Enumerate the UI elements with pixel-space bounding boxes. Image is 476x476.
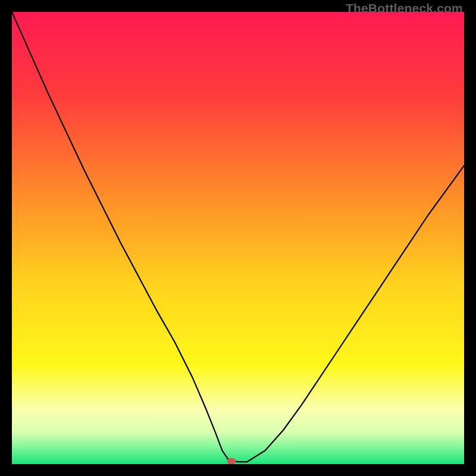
plot-area (12, 12, 464, 464)
chart-frame: TheBottleneck.com (0, 0, 476, 476)
watermark-text: TheBottleneck.com (346, 1, 463, 15)
bottleneck-curve (12, 12, 464, 464)
optimum-marker (227, 458, 236, 464)
